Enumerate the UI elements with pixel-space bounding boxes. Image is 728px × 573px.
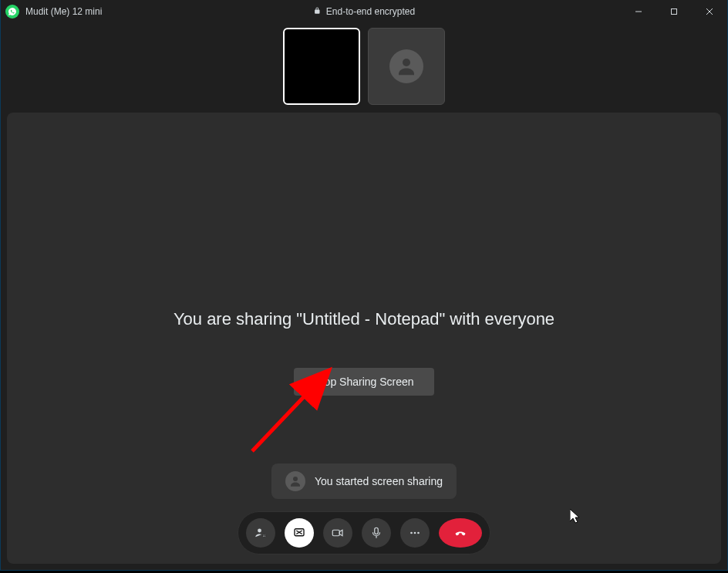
titlebar: Mudit (Me) 12 mini End-to-end encrypted <box>1 0 727 23</box>
avatar-icon <box>285 471 305 491</box>
add-participant-button[interactable] <box>246 518 275 548</box>
svg-point-5 <box>293 477 298 481</box>
status-text: You started screen sharing <box>315 475 443 487</box>
close-button[interactable] <box>692 0 727 23</box>
svg-point-18 <box>417 532 420 534</box>
svg-rect-14 <box>375 527 379 534</box>
screen-share-status: You started screen sharing <box>271 463 457 499</box>
caller-name: Mudit (Me) 12 mini <box>25 6 102 17</box>
peer-thumbnail[interactable] <box>368 28 445 105</box>
svg-rect-1 <box>672 9 677 15</box>
whatsapp-call-window: Mudit (Me) 12 mini End-to-end encrypted <box>0 0 728 571</box>
minimize-button[interactable] <box>621 0 656 23</box>
sharing-message: You are sharing "Untitled - Notepad" wit… <box>174 309 554 329</box>
svg-point-4 <box>403 59 410 66</box>
screen-share-button[interactable] <box>285 518 314 548</box>
lock-icon <box>313 6 322 17</box>
video-button[interactable] <box>323 518 352 548</box>
avatar-icon <box>389 49 423 83</box>
more-options-button[interactable] <box>400 518 430 548</box>
window-controls <box>621 0 727 23</box>
svg-rect-13 <box>332 530 339 536</box>
participant-thumbnails <box>1 23 727 113</box>
maximize-button[interactable] <box>656 0 692 23</box>
microphone-button[interactable] <box>362 518 391 548</box>
self-thumbnail[interactable] <box>283 28 360 105</box>
call-controls <box>238 511 490 554</box>
svg-point-16 <box>410 532 413 534</box>
stop-sharing-button[interactable]: Stop Sharing Screen <box>294 368 433 396</box>
whatsapp-logo-icon <box>5 5 19 19</box>
svg-point-17 <box>414 532 416 534</box>
encryption-label: End-to-end encrypted <box>326 6 415 17</box>
end-call-button[interactable] <box>439 518 482 548</box>
main-call-panel: You are sharing "Untitled - Notepad" wit… <box>7 113 721 564</box>
svg-point-6 <box>258 529 261 533</box>
encryption-indicator: End-to-end encrypted <box>313 6 415 17</box>
